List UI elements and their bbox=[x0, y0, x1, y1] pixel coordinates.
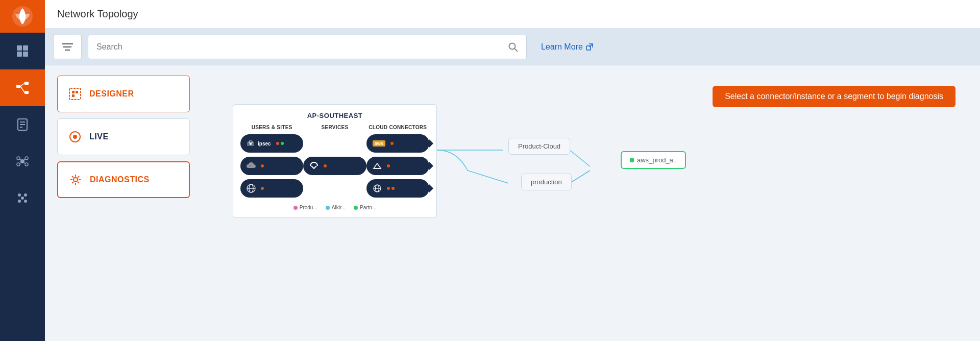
svg-line-8 bbox=[20, 83, 24, 86]
product-cloud-node[interactable]: Product-Cloud bbox=[508, 138, 570, 155]
svg-rect-3 bbox=[17, 52, 22, 57]
svg-rect-1 bbox=[17, 45, 22, 51]
globe-node-left[interactable] bbox=[240, 179, 303, 198]
header: Network Topology bbox=[45, 0, 980, 29]
svg-line-47 bbox=[78, 176, 79, 178]
svg-point-53 bbox=[250, 165, 251, 167]
external-link-icon bbox=[586, 43, 593, 51]
svg-rect-6 bbox=[24, 82, 29, 85]
diagnostics-icon bbox=[68, 173, 83, 187]
services-column: SERVICES bbox=[303, 125, 366, 198]
svg-rect-35 bbox=[69, 88, 81, 100]
live-button[interactable]: LIVE bbox=[57, 118, 190, 155]
aws-node[interactable]: aws bbox=[366, 134, 429, 153]
alkira-connector-node[interactable] bbox=[366, 157, 429, 175]
svg-rect-36 bbox=[72, 91, 75, 93]
svg-point-51 bbox=[250, 143, 252, 145]
topology-diagram: Select a connector/instance or a segment… bbox=[202, 76, 968, 331]
region-title: AP-SOUTHEAST bbox=[240, 112, 429, 119]
legend-item-alkir: Alkir... bbox=[326, 205, 346, 210]
sidebar bbox=[0, 0, 45, 341]
diagnosis-banner: Select a connector/instance or a segment… bbox=[713, 86, 955, 107]
svg-point-16 bbox=[25, 157, 28, 160]
learn-more-link[interactable]: Learn More bbox=[541, 42, 593, 52]
svg-point-49 bbox=[74, 178, 78, 182]
search-icon bbox=[508, 42, 518, 52]
diagnostics-button[interactable]: DIAGNOSTICS bbox=[57, 161, 190, 198]
svg-point-15 bbox=[17, 157, 20, 160]
designer-icon bbox=[68, 87, 82, 101]
globe-connector-node[interactable] bbox=[366, 179, 429, 198]
search-container bbox=[88, 35, 527, 59]
svg-point-24 bbox=[24, 193, 27, 197]
svg-point-40 bbox=[73, 135, 77, 139]
sidebar-item-connector[interactable] bbox=[0, 143, 45, 180]
sidebar-item-topology[interactable] bbox=[0, 69, 45, 106]
sidebar-item-policy[interactable] bbox=[0, 106, 45, 143]
designer-button[interactable]: DESIGNER bbox=[57, 76, 190, 112]
service-node[interactable] bbox=[303, 157, 366, 175]
svg-point-27 bbox=[21, 197, 24, 200]
cloud-connectors-column: CLOUD CONNECTORS aws bbox=[366, 125, 429, 198]
sidebar-item-dashboard[interactable] bbox=[0, 33, 45, 69]
svg-point-17 bbox=[17, 163, 20, 166]
page-title: Network Topology bbox=[57, 8, 138, 20]
svg-line-46 bbox=[78, 182, 79, 183]
aws-prod-selected-node[interactable]: aws_prod_a.. bbox=[621, 151, 686, 169]
svg-line-34 bbox=[590, 44, 593, 47]
left-panel: DESIGNER LIVE bbox=[57, 76, 190, 331]
production-node[interactable]: production bbox=[521, 174, 572, 190]
svg-point-31 bbox=[509, 43, 516, 49]
legend-item-produ: Produ... bbox=[293, 205, 317, 210]
svg-point-25 bbox=[18, 200, 21, 203]
col-header-users: USERS & SITES bbox=[240, 125, 303, 130]
live-icon bbox=[68, 130, 82, 144]
svg-rect-7 bbox=[24, 91, 29, 94]
svg-rect-4 bbox=[23, 52, 28, 57]
sidebar-item-apps[interactable] bbox=[0, 180, 45, 216]
svg-point-23 bbox=[18, 193, 21, 197]
aws-prod-indicator bbox=[630, 158, 634, 162]
search-input[interactable] bbox=[96, 42, 508, 52]
legend-item-partn: Partn... bbox=[354, 205, 376, 210]
users-sites-column: USERS & SITES ipsec bbox=[240, 125, 303, 198]
svg-rect-2 bbox=[23, 45, 28, 51]
svg-line-32 bbox=[514, 48, 518, 52]
filter-button[interactable] bbox=[53, 35, 82, 59]
topology-box: AP-SOUTHEAST USERS & SITES ipsec bbox=[233, 104, 437, 218]
svg-point-26 bbox=[24, 200, 27, 203]
legend: Produ... Alkir... Partn... bbox=[240, 205, 429, 210]
col-header-services: SERVICES bbox=[303, 125, 366, 130]
svg-rect-37 bbox=[76, 91, 78, 93]
main-content: Network Topology Learn More bbox=[45, 0, 980, 341]
content-area: DESIGNER LIVE bbox=[45, 65, 980, 341]
app-logo bbox=[0, 0, 45, 33]
svg-line-20 bbox=[23, 159, 25, 160]
svg-line-9 bbox=[20, 86, 24, 92]
svg-line-22 bbox=[23, 162, 25, 163]
svg-point-18 bbox=[25, 163, 28, 166]
ipsec-node[interactable]: ipsec bbox=[240, 134, 303, 153]
col-header-connectors: CLOUD CONNECTORS bbox=[366, 125, 429, 130]
toolbar: Learn More bbox=[45, 29, 980, 65]
svg-line-48 bbox=[72, 182, 74, 183]
svg-line-19 bbox=[20, 159, 21, 160]
svg-line-45 bbox=[72, 176, 74, 178]
svg-rect-38 bbox=[72, 94, 75, 97]
svg-line-21 bbox=[20, 162, 21, 163]
cloud-node[interactable] bbox=[240, 157, 303, 175]
svg-rect-5 bbox=[16, 85, 20, 88]
